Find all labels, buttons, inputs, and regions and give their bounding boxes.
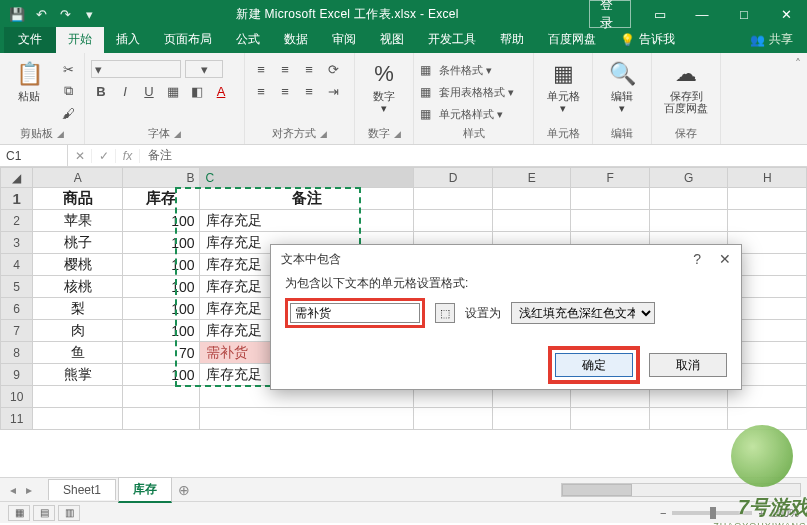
align-bottom-icon[interactable]: ≡ xyxy=(299,60,319,78)
row-header[interactable]: 8 xyxy=(1,342,33,364)
align-middle-icon[interactable]: ≡ xyxy=(275,60,295,78)
col-header-a[interactable]: A xyxy=(33,168,123,188)
dialog-launcher-icon[interactable]: ◢ xyxy=(394,129,401,139)
format-painter-icon[interactable]: 🖌 xyxy=(58,104,78,122)
font-color-button[interactable]: A xyxy=(211,82,231,100)
cell[interactable] xyxy=(123,386,199,408)
select-all-corner[interactable]: ◢ xyxy=(1,168,33,188)
cell[interactable]: 库存 xyxy=(123,188,199,210)
tab-dev[interactable]: 开发工具 xyxy=(416,27,488,53)
cell[interactable]: 肉 xyxy=(33,320,123,342)
cell[interactable] xyxy=(199,408,414,430)
maximize-icon[interactable]: □ xyxy=(723,0,765,28)
cell[interactable] xyxy=(414,408,493,430)
name-box[interactable]: C1 xyxy=(0,145,68,166)
scroll-thumb[interactable] xyxy=(562,484,632,496)
row-header[interactable]: 2 xyxy=(1,210,33,232)
tab-insert[interactable]: 插入 xyxy=(104,27,152,53)
row-header[interactable]: 7 xyxy=(1,320,33,342)
fill-color-button[interactable]: ◧ xyxy=(187,82,207,100)
cell[interactable]: 樱桃 xyxy=(33,254,123,276)
tab-formulas[interactable]: 公式 xyxy=(224,27,272,53)
zoom-out-icon[interactable]: − xyxy=(660,507,666,519)
zoom-in-icon[interactable]: + xyxy=(758,507,764,519)
dialog-help-icon[interactable]: ? xyxy=(693,251,701,267)
col-header-f[interactable]: F xyxy=(571,168,650,188)
font-family-select[interactable]: ▾ xyxy=(91,60,181,78)
dialog-text-input[interactable] xyxy=(290,303,420,323)
cell[interactable]: 70 xyxy=(123,342,199,364)
sheet-nav-next-icon[interactable]: ▸ xyxy=(22,483,36,497)
redo-icon[interactable]: ↷ xyxy=(54,3,76,25)
cell[interactable]: 100 xyxy=(123,298,199,320)
horizontal-scrollbar[interactable] xyxy=(561,483,801,497)
align-left-icon[interactable]: ≡ xyxy=(251,82,271,100)
cell[interactable]: 100 xyxy=(123,364,199,386)
cell[interactable]: 桃子 xyxy=(33,232,123,254)
number-format-button[interactable]: % 数字▾ xyxy=(361,56,407,114)
tab-data[interactable]: 数据 xyxy=(272,27,320,53)
dialog-launcher-icon[interactable]: ◢ xyxy=(174,129,181,139)
col-header-d[interactable]: D xyxy=(414,168,493,188)
cell[interactable]: 100 xyxy=(123,276,199,298)
cell[interactable] xyxy=(414,188,493,210)
dialog-launcher-icon[interactable]: ◢ xyxy=(57,129,64,139)
cut-icon[interactable]: ✂ xyxy=(58,60,78,78)
cell[interactable]: 100 xyxy=(123,320,199,342)
sheet-nav-prev-icon[interactable]: ◂ xyxy=(6,483,20,497)
col-header-g[interactable]: G xyxy=(649,168,728,188)
cell[interactable]: 100 xyxy=(123,232,199,254)
tab-baidu[interactable]: 百度网盘 xyxy=(536,27,608,53)
cell[interactable]: 鱼 xyxy=(33,342,123,364)
copy-icon[interactable]: ⧉ xyxy=(58,82,78,100)
tab-help[interactable]: 帮助 xyxy=(488,27,536,53)
cell[interactable] xyxy=(492,188,571,210)
row-header[interactable]: 11 xyxy=(1,408,33,430)
col-header-e[interactable]: E xyxy=(492,168,571,188)
tab-view[interactable]: 视图 xyxy=(368,27,416,53)
tab-layout[interactable]: 页面布局 xyxy=(152,27,224,53)
fx-icon[interactable]: fx xyxy=(116,149,140,163)
conditional-formatting-button[interactable]: ▦条件格式 ▾ xyxy=(420,60,514,80)
cell[interactable] xyxy=(649,210,728,232)
dialog-launcher-icon[interactable]: ◢ xyxy=(320,129,327,139)
cell[interactable] xyxy=(571,188,650,210)
editing-button[interactable]: 🔍编辑▾ xyxy=(599,56,645,114)
tab-home[interactable]: 开始 xyxy=(56,27,104,53)
border-button[interactable]: ▦ xyxy=(163,82,183,100)
page-layout-view-icon[interactable]: ▤ xyxy=(33,505,55,521)
tab-review[interactable]: 审阅 xyxy=(320,27,368,53)
underline-button[interactable]: U xyxy=(139,82,159,100)
zoom-level[interactable]: 100% xyxy=(771,507,799,519)
col-header-b[interactable]: B xyxy=(123,168,199,188)
cell[interactable] xyxy=(649,188,728,210)
login-button[interactable]: 登录 xyxy=(589,0,631,28)
share-button[interactable]: 👥共享 xyxy=(736,27,807,53)
cell[interactable]: 梨 xyxy=(33,298,123,320)
cell[interactable] xyxy=(649,408,728,430)
cell[interactable]: 备注 xyxy=(199,188,414,210)
cell[interactable]: 商品 xyxy=(33,188,123,210)
cell[interactable] xyxy=(492,210,571,232)
save-to-baidu-button[interactable]: ☁保存到百度网盘 xyxy=(658,56,714,114)
save-icon[interactable]: 💾 xyxy=(6,3,28,25)
row-header[interactable]: 6 xyxy=(1,298,33,320)
dialog-ok-button[interactable]: 确定 xyxy=(555,353,633,377)
bold-button[interactable]: B xyxy=(91,82,111,100)
row-header[interactable]: 5 xyxy=(1,276,33,298)
align-top-icon[interactable]: ≡ xyxy=(251,60,271,78)
collapse-ribbon-icon[interactable]: ˄ xyxy=(789,53,807,144)
cell[interactable] xyxy=(492,408,571,430)
new-sheet-icon[interactable]: ⊕ xyxy=(174,482,194,498)
cell[interactable] xyxy=(33,386,123,408)
tab-file[interactable]: 文件 xyxy=(4,27,56,53)
col-header-h[interactable]: H xyxy=(728,168,807,188)
cell[interactable] xyxy=(123,408,199,430)
cell[interactable] xyxy=(728,408,807,430)
row-header[interactable]: 3 xyxy=(1,232,33,254)
format-as-table-button[interactable]: ▦套用表格格式 ▾ xyxy=(420,82,514,102)
cell[interactable] xyxy=(728,210,807,232)
zoom-slider[interactable] xyxy=(672,511,752,515)
row-header[interactable]: 4 xyxy=(1,254,33,276)
cell[interactable]: 核桃 xyxy=(33,276,123,298)
